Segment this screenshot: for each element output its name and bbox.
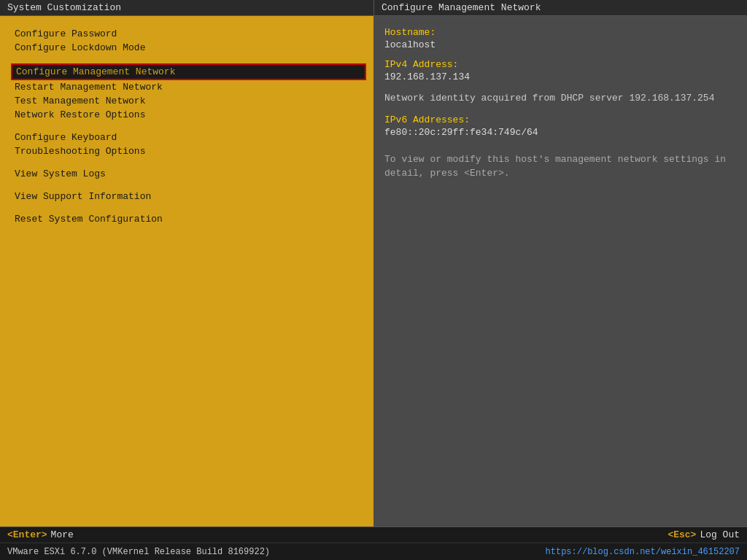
footer-url: https://blog.csdn.net/weixin_46152207 bbox=[546, 547, 740, 557]
footer-version-text: VMware ESXi 6.7.0 (VMKernel Release Buil… bbox=[7, 547, 270, 557]
menu-item-configure-lockdown[interactable]: Configure Lockdown Mode bbox=[11, 41, 366, 55]
right-panel-title: Configure Management Network bbox=[374, 0, 747, 16]
menu-item-configure-password[interactable]: Configure Password bbox=[11, 27, 366, 41]
menu-item-configure-keyboard[interactable]: Configure Keyboard bbox=[11, 131, 366, 144]
left-menu-panel: Configure PasswordConfigure Lockdown Mod… bbox=[0, 16, 374, 526]
ipv6-label: IPv6 Addresses: bbox=[384, 114, 736, 125]
ipv4-value: 192.168.137.134 bbox=[384, 71, 736, 82]
menu-item-test-management-network[interactable]: Test Management Network bbox=[11, 94, 366, 108]
menu-item-restart-management-network[interactable]: Restart Management Network bbox=[11, 80, 366, 94]
ipv6-value: fe80::20c:29ff:fe34:749c/64 bbox=[384, 127, 736, 138]
menu-item-view-support-information[interactable]: View Support Information bbox=[11, 190, 366, 203]
dhcp-note: Network identity acquired from DHCP serv… bbox=[384, 91, 736, 106]
esc-label: Log Out bbox=[700, 529, 740, 540]
esc-action: <Esc> Log Out bbox=[667, 529, 740, 540]
network-description: To view or modify this host's management… bbox=[384, 152, 736, 181]
left-panel-title: System Customization bbox=[0, 0, 374, 16]
enter-key: <Enter> bbox=[7, 529, 47, 540]
menu-item-network-restore-options[interactable]: Network Restore Options bbox=[11, 108, 366, 122]
menu-item-configure-management-network[interactable]: Configure Management Network bbox=[11, 63, 366, 80]
enter-action: <Enter> More bbox=[7, 529, 74, 540]
menu-item-troubleshooting-options[interactable]: Troubleshooting Options bbox=[11, 144, 366, 158]
esc-key: <Esc> bbox=[667, 529, 696, 540]
hostname-value: localhost bbox=[384, 39, 736, 50]
menu-item-reset-system-configuration[interactable]: Reset System Configuration bbox=[11, 212, 366, 226]
bottom-action-bar: <Enter> More <Esc> Log Out bbox=[0, 526, 747, 542]
menu-item-view-system-logs[interactable]: View System Logs bbox=[11, 167, 366, 181]
footer-bar: VMware ESXi 6.7.0 (VMKernel Release Buil… bbox=[0, 542, 747, 560]
enter-label: More bbox=[51, 529, 74, 540]
hostname-label: Hostname: bbox=[384, 27, 736, 38]
right-info-panel: Hostname: localhost IPv4 Address: 192.16… bbox=[374, 16, 747, 526]
ipv4-label: IPv4 Address: bbox=[384, 59, 736, 70]
